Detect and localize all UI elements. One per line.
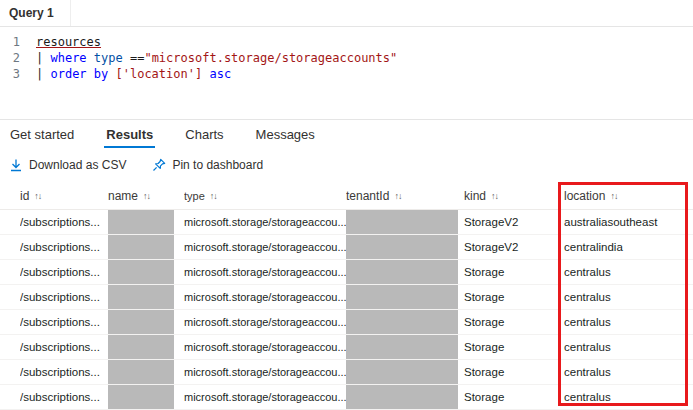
table-row[interactable]: /subscriptions...microsoft.storage/stora… xyxy=(0,385,693,410)
cell-name xyxy=(108,285,184,309)
sort-icon[interactable]: ↑↓ xyxy=(610,191,617,201)
sort-icon[interactable]: ↑↓ xyxy=(491,191,498,201)
cell-id: /subscriptions... xyxy=(20,310,108,334)
results-table: id↑↓name↑↓type↑↓tenantId↑↓kind↑↓location… xyxy=(0,182,693,410)
column-header-kind[interactable]: kind↑↓ xyxy=(464,189,564,203)
sort-icon[interactable]: ↑↓ xyxy=(34,191,41,201)
redacted-block xyxy=(346,260,458,284)
table-row[interactable]: /subscriptions...microsoft.storage/stora… xyxy=(0,310,693,335)
cell-id: /subscriptions... xyxy=(20,235,108,259)
redacted-block xyxy=(346,310,458,334)
cell-kind: Storage xyxy=(464,260,564,284)
cell-type: microsoft.storage/storageaccou... xyxy=(184,285,346,309)
table-header: id↑↓name↑↓type↑↓tenantId↑↓kind↑↓location… xyxy=(0,182,693,210)
results-toolbar: Download as CSV Pin to dashboard xyxy=(0,148,693,182)
sort-icon[interactable]: ↑↓ xyxy=(210,191,217,201)
cell-name xyxy=(108,335,184,359)
code-token: | xyxy=(36,51,50,65)
redacted-block xyxy=(108,210,174,234)
column-header-type[interactable]: type↑↓ xyxy=(184,190,346,202)
code-line: | where type =="microsoft.storage/storag… xyxy=(36,50,397,66)
cell-kind: Storage xyxy=(464,385,564,409)
cell-location: centralus xyxy=(564,335,693,359)
cell-id: /subscriptions... xyxy=(20,385,108,409)
download-csv-label: Download as CSV xyxy=(29,158,126,172)
cell-id: /subscriptions... xyxy=(20,335,108,359)
cell-name xyxy=(108,210,184,234)
tab-get-started[interactable]: Get started xyxy=(8,120,76,148)
code-token: "microsoft.storage/storageaccounts" xyxy=(144,51,397,65)
table-row[interactable]: /subscriptions...microsoft.storage/stora… xyxy=(0,335,693,360)
cell-tenantId xyxy=(346,385,464,409)
column-label: id xyxy=(20,189,29,203)
redacted-block xyxy=(346,285,458,309)
cell-id: /subscriptions... xyxy=(20,360,108,384)
table-row[interactable]: /subscriptions...microsoft.storage/stora… xyxy=(0,210,693,235)
table-body: /subscriptions...microsoft.storage/stora… xyxy=(0,210,693,410)
cell-id: /subscriptions... xyxy=(20,210,108,234)
query-tab-bar: Query 1 xyxy=(0,0,693,27)
redacted-block xyxy=(108,310,174,334)
sort-icon[interactable]: ↑↓ xyxy=(143,191,150,201)
editor-line[interactable]: 3| order by ['location'] asc xyxy=(0,66,693,82)
query-editor[interactable]: 1resources2| where type =="microsoft.sto… xyxy=(0,27,693,119)
tab-results[interactable]: Results xyxy=(104,120,155,148)
cell-tenantId xyxy=(346,260,464,284)
cell-location: centralus xyxy=(564,360,693,384)
redacted-block xyxy=(346,360,458,384)
editor-line[interactable]: 1resources xyxy=(0,34,693,50)
download-csv-button[interactable]: Download as CSV xyxy=(9,158,126,172)
results-tab-bar: Get started Results Charts Messages xyxy=(0,119,693,148)
cell-name xyxy=(108,360,184,384)
code-line: resources xyxy=(36,34,101,50)
cell-kind: Storage xyxy=(464,285,564,309)
code-token xyxy=(87,51,94,65)
column-header-location[interactable]: location↑↓ xyxy=(564,189,693,203)
cell-type: microsoft.storage/storageaccou... xyxy=(184,260,346,284)
cell-location: centralus xyxy=(564,310,693,334)
cell-location: centralus xyxy=(564,285,693,309)
code-token: order xyxy=(50,67,86,81)
cell-id: /subscriptions... xyxy=(20,285,108,309)
table-row[interactable]: /subscriptions...microsoft.storage/stora… xyxy=(0,235,693,260)
table-row[interactable]: /subscriptions...microsoft.storage/stora… xyxy=(0,260,693,285)
redacted-block xyxy=(108,335,174,359)
pin-to-dashboard-button[interactable]: Pin to dashboard xyxy=(152,158,263,172)
column-label: kind xyxy=(464,189,486,203)
pin-icon xyxy=(152,158,166,172)
redacted-block xyxy=(346,385,458,409)
pin-to-dashboard-label: Pin to dashboard xyxy=(172,158,263,172)
cell-kind: Storage xyxy=(464,310,564,334)
column-label: name xyxy=(108,189,138,203)
cell-name xyxy=(108,260,184,284)
cell-location: centralus xyxy=(564,260,693,284)
download-icon xyxy=(9,158,23,172)
redacted-block xyxy=(108,285,174,309)
editor-line[interactable]: 2| where type =="microsoft.storage/stora… xyxy=(0,50,693,66)
table-row[interactable]: /subscriptions...microsoft.storage/stora… xyxy=(0,285,693,310)
code-line: | order by ['location'] asc xyxy=(36,66,231,82)
cell-tenantId xyxy=(346,335,464,359)
editor-lines: 1resources2| where type =="microsoft.sto… xyxy=(0,34,693,82)
column-header-tenantId[interactable]: tenantId↑↓ xyxy=(346,189,464,203)
code-token: type xyxy=(94,51,123,65)
redacted-block xyxy=(346,235,458,259)
cell-location: centralindia xyxy=(564,235,693,259)
code-token: where xyxy=(50,51,86,65)
cell-tenantId xyxy=(346,310,464,334)
cell-kind: Storage xyxy=(464,335,564,359)
tab-messages[interactable]: Messages xyxy=(254,120,317,148)
table-row[interactable]: /subscriptions...microsoft.storage/stora… xyxy=(0,360,693,385)
query-tab[interactable]: Query 1 xyxy=(0,0,71,26)
tab-charts[interactable]: Charts xyxy=(183,120,225,148)
cell-kind: StorageV2 xyxy=(464,235,564,259)
line-number: 3 xyxy=(0,66,36,82)
column-header-name[interactable]: name↑↓ xyxy=(108,189,184,203)
redacted-block xyxy=(108,260,174,284)
line-number: 2 xyxy=(0,50,36,66)
column-header-id[interactable]: id↑↓ xyxy=(20,189,108,203)
sort-icon[interactable]: ↑↓ xyxy=(394,191,401,201)
code-token: resources xyxy=(36,35,101,49)
redacted-block xyxy=(108,235,174,259)
cell-kind: StorageV2 xyxy=(464,210,564,234)
